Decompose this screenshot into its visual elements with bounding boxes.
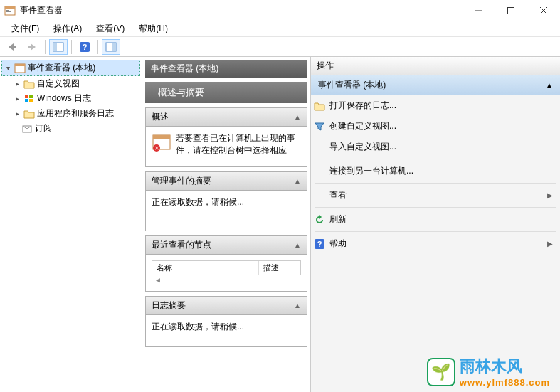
recent-title: 最近查看的节点 [152,239,211,251]
section-recent: 最近查看的节点▲ 名称 描述 ◄ [145,235,307,292]
subscription-icon [21,123,33,134]
folder-icon [23,108,35,120]
collapse-icon[interactable]: ▲ [546,81,553,89]
tree-item-label: 订阅 [35,122,52,134]
toolbar-separator [45,40,46,54]
watermark-url: www.ylmf888.com [460,377,550,388]
back-button[interactable] [3,39,21,55]
collapse-icon[interactable]: ▲ [294,302,301,309]
main-columns: ▾ 事件查看器 (本地) ▸ 自定义视图 ▸ Windows 日志 ▸ 应用程序… [0,57,560,392]
watermark-logo-icon: 🌱 [427,358,455,386]
center-title: 事件查看器 (本地) [145,60,307,78]
window-title: 事件查看器 [20,4,462,16]
blank-icon [314,166,325,177]
svg-text:?: ? [83,43,88,51]
maximize-button[interactable] [495,0,527,21]
tree-item-label: 应用程序和服务日志 [37,107,114,120]
log-text: 正在读取数据，请稍候... [152,321,244,333]
collapse-icon[interactable]: ▲ [294,177,301,185]
refresh-icon [314,214,325,226]
show-hide-tree-button[interactable] [49,39,68,55]
svg-rect-19 [29,95,33,98]
filter-icon [314,121,325,132]
menu-action[interactable]: 操作(A) [46,21,89,36]
action-label: 打开保存的日志... [329,100,396,112]
action-open-saved-log[interactable]: 打开保存的日志... [311,95,560,116]
svg-rect-15 [112,43,116,51]
windows-logs-icon [23,93,35,105]
tree-item-windows[interactable]: ▸ Windows 日志 [1,91,140,106]
help-button[interactable]: ? [75,39,94,55]
help-icon: ? [314,238,325,250]
toolbar-separator [71,40,72,54]
svg-rect-5 [508,7,514,14]
action-label: 刷新 [329,213,347,226]
expand-icon[interactable]: ▸ [13,95,21,102]
blank-icon [314,190,325,201]
action-label: 连接到另一台计算机... [329,165,413,177]
tree-pane: ▾ 事件查看器 (本地) ▸ 自定义视图 ▸ Windows 日志 ▸ 应用程序… [0,57,142,392]
center-subtitle: 概述与摘要 [145,82,307,103]
col-name[interactable]: 名称 [152,261,259,275]
toolbar-separator [97,40,98,54]
action-create-view[interactable]: 创建自定义视图... [311,116,560,137]
svg-text:?: ? [317,240,322,248]
watermark: 🌱 雨林木风 www.ylmf888.com [427,356,550,388]
recent-scroll[interactable]: ◄ [152,275,301,285]
action-connect[interactable]: 连接到另一台计算机... [311,161,560,181]
menu-view[interactable]: 查看(V) [89,21,132,36]
chevron-right-icon: ▶ [547,191,553,199]
collapse-icon[interactable]: ▲ [294,113,301,121]
tree-item-subscriptions[interactable]: 订阅 [1,121,140,136]
separator [315,207,556,208]
actions-group-label: 事件查看器 (本地) [318,79,386,91]
titlebar: 事件查看器 [0,0,560,21]
action-label: 查看 [329,189,347,201]
separator [315,183,556,184]
tree-item-label: Windows 日志 [37,92,91,105]
svg-rect-24 [153,135,170,139]
collapse-icon[interactable]: ▾ [4,64,12,72]
close-button[interactable] [527,0,560,21]
open-folder-icon [314,100,325,112]
action-pane: 操作 事件查看器 (本地) ▲ 打开保存的日志... 创建自定义视图... 导入… [311,57,560,392]
actions-header: 操作 [311,57,560,75]
actions-group-header[interactable]: 事件查看器 (本地) ▲ [311,75,560,95]
tree-item-label: 自定义视图 [37,78,80,90]
show-hide-action-button[interactable] [102,39,120,55]
svg-rect-3 [6,11,11,12]
overview-icon: ✕ [152,132,171,152]
action-import-view[interactable]: 导入自定义视图... [311,137,560,157]
tree-root-label: 事件查看器 (本地) [28,62,95,74]
minimize-button[interactable] [462,0,495,21]
svg-rect-20 [25,99,28,102]
col-desc[interactable]: 描述 [259,261,301,275]
folder-icon [23,78,35,90]
tree-item-apps[interactable]: ▸ 应用程序和服务日志 [1,106,140,121]
action-label: 创建自定义视图... [329,120,396,132]
action-help[interactable]: ? 帮助 ▶ [311,233,560,254]
action-label: 导入自定义视图... [329,141,396,153]
collapse-icon[interactable]: ▲ [294,241,301,249]
forward-button[interactable] [23,39,41,55]
section-overview: 概述▲ ✕ 若要查看已在计算机上出现的事件，请在控制台树中选择相应 [145,107,307,167]
log-title: 日志摘要 [152,300,186,312]
section-summary: 管理事件的摘要▲ 正在读取数据，请稍候... [145,171,307,231]
expand-icon[interactable]: ▸ [13,80,21,88]
menu-file[interactable]: 文件(F) [4,21,46,36]
watermark-text: 雨林木风 [460,356,550,377]
action-view[interactable]: 查看 ▶ [311,185,560,206]
menu-help[interactable]: 帮助(H) [132,21,175,36]
recent-columns[interactable]: 名称 描述 [152,260,301,275]
center-pane: 事件查看器 (本地) 概述与摘要 概述▲ ✕ 若要查看已在计算机上出现的事件，请… [142,57,311,392]
summary-title: 管理事件的摘要 [152,175,211,187]
tree-root[interactable]: ▾ 事件查看器 (本地) [1,60,140,76]
blank-icon [314,142,325,153]
expand-icon[interactable]: ▸ [13,110,21,117]
summary-text: 正在读取数据，请稍候... [152,196,244,208]
overview-title: 概述 [152,111,169,123]
tree-item-custom[interactable]: ▸ 自定义视图 [1,76,140,91]
action-refresh[interactable]: 刷新 [311,209,560,230]
overview-text: 若要查看已在计算机上出现的事件，请在控制台树中选择相应 [176,132,301,157]
svg-rect-11 [53,43,57,51]
